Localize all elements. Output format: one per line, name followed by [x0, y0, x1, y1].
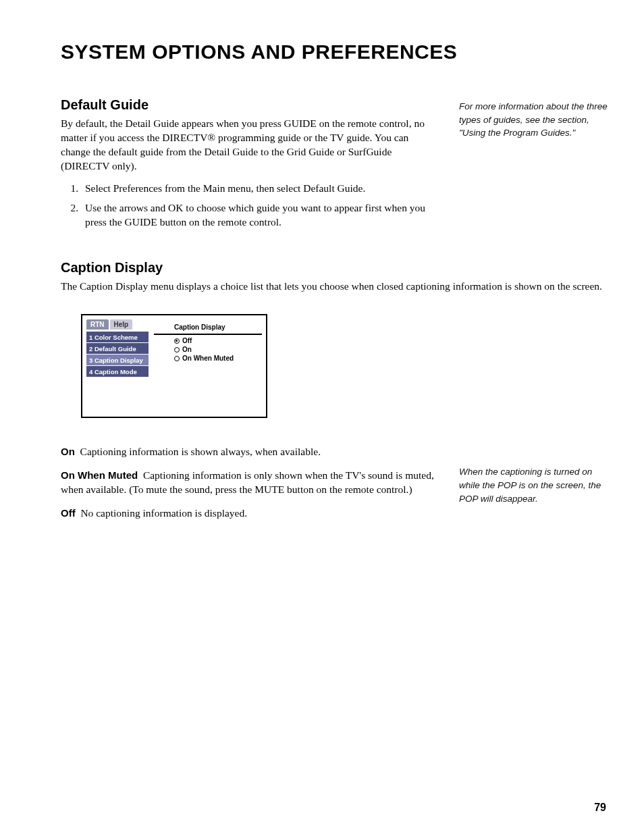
- radio-icon: [174, 356, 180, 361]
- default-guide-steps: Select Preferences from the Main menu, t…: [61, 182, 439, 230]
- radio-icon: [174, 347, 180, 353]
- mock-tab-help: Help: [110, 319, 133, 330]
- mock-sidebar-item: 2 Default Guide: [86, 343, 149, 354]
- heading-caption-display: Caption Display: [61, 260, 610, 276]
- mock-option-label: Off: [182, 337, 192, 344]
- mock-tab-rtn: RTN: [86, 319, 109, 330]
- mock-divider: [154, 334, 262, 335]
- mock-option-on-when-muted: On When Muted: [174, 355, 234, 362]
- page-number: 79: [594, 802, 606, 814]
- mock-sidebar-item: 1 Color Scheme: [86, 332, 149, 342]
- def-on: On Captioning information is shown alway…: [61, 445, 439, 459]
- text-on: Captioning information is shown always, …: [80, 446, 321, 457]
- caption-display-intro: The Caption Display menu displays a choi…: [61, 280, 610, 294]
- mock-option-label: On When Muted: [182, 355, 234, 362]
- sidenote-default-guide: For more information about the three typ…: [459, 97, 610, 241]
- mock-panel-title: Caption Display: [174, 323, 225, 331]
- step-2: Use the arrows and OK to choose which gu…: [81, 201, 439, 230]
- def-off: Off No captioning information is display…: [61, 506, 439, 521]
- text-off: No captioning information is displayed.: [80, 507, 247, 519]
- mock-options: Off On On When Muted: [174, 337, 234, 363]
- mock-sidebar-item: 4 Caption Mode: [86, 366, 149, 377]
- mock-sidebar-item-selected: 3 Caption Display: [86, 355, 149, 365]
- mock-option-label: On: [182, 346, 192, 353]
- section-caption-display: Caption Display The Caption Display menu…: [61, 260, 610, 530]
- sidenote-caption-display: When the captioning is turned on while t…: [459, 445, 610, 530]
- mock-option-on: On: [174, 346, 234, 353]
- caption-display-screenshot: RTN Help 1 Color Scheme 2 Default Guide …: [81, 314, 267, 418]
- heading-default-guide: Default Guide: [61, 97, 439, 113]
- term-on-when-muted: On When Muted: [61, 469, 138, 481]
- mock-sidebar: 1 Color Scheme 2 Default Guide 3 Caption…: [86, 332, 149, 377]
- radio-icon: [174, 338, 180, 344]
- mock-option-off: Off: [174, 337, 234, 344]
- manual-page: SYSTEM OPTIONS AND PREFERENCES Default G…: [0, 0, 644, 834]
- step-1: Select Preferences from the Main menu, t…: [81, 182, 439, 196]
- def-on-when-muted: On When Muted Captioning information is …: [61, 469, 439, 497]
- page-title: SYSTEM OPTIONS AND PREFERENCES: [61, 41, 610, 63]
- default-guide-intro: By default, the Detail Guide appears whe…: [61, 117, 439, 174]
- term-on: On: [61, 446, 75, 457]
- term-off: Off: [61, 507, 76, 519]
- section-default-guide: Default Guide By default, the Detail Gui…: [61, 97, 610, 241]
